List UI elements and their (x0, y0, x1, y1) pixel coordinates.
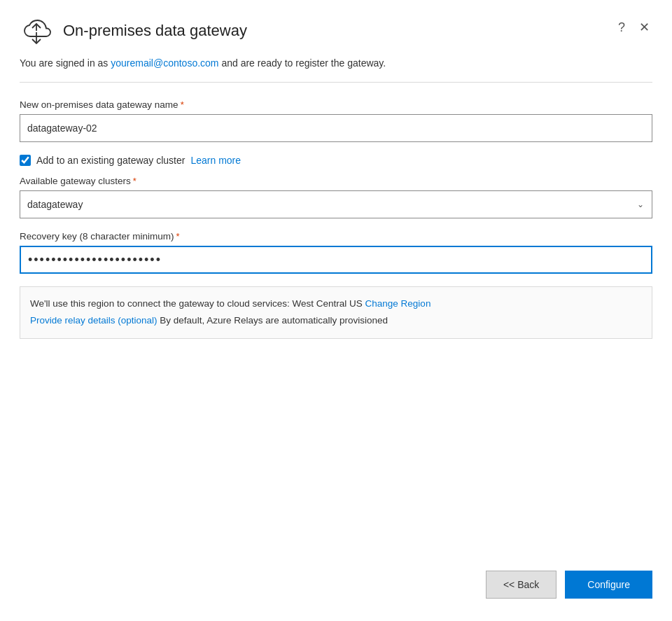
add-to-cluster-checkbox[interactable] (20, 155, 31, 166)
required-star-recovery: * (176, 231, 180, 242)
configure-button[interactable]: Configure (565, 571, 652, 599)
gateway-name-section: New on-premises data gateway name * (20, 99, 652, 142)
gateway-name-label: New on-premises data gateway name * (20, 99, 652, 110)
dialog-footer: << Back Configure (0, 554, 672, 621)
dropdown-wrapper: datagateway ⌄ (20, 190, 652, 218)
recovery-key-section: Recovery key (8 character minimum) * (20, 231, 652, 274)
gateway-name-input[interactable] (20, 114, 652, 142)
cloud-icon (20, 17, 53, 45)
checkbox-row: Add to an existing gateway cluster Learn… (20, 155, 652, 166)
close-button[interactable]: ✕ (636, 20, 652, 35)
available-clusters-select[interactable]: datagateway (20, 190, 652, 218)
dialog-body: You are signed in as youremail@contoso.c… (0, 56, 672, 554)
signed-in-prefix: You are signed in as (20, 57, 111, 69)
info-relay-line: Provide relay details (optional) By defa… (30, 312, 642, 329)
provide-relay-link[interactable]: Provide relay details (optional) (30, 315, 158, 326)
dialog-titlebar: On-premises data gateway ? ✕ (0, 0, 672, 56)
change-region-link[interactable]: Change Region (365, 298, 431, 309)
info-region-text: We'll use this region to connect the gat… (30, 298, 365, 309)
add-to-cluster-label: Add to an existing gateway cluster (36, 155, 185, 166)
learn-more-link[interactable]: Learn more (190, 155, 241, 166)
dialog-controls: ? ✕ (615, 17, 652, 35)
available-clusters-label: Available gateway clusters * (20, 176, 652, 186)
info-region-line: We'll use this region to connect the gat… (30, 295, 642, 312)
dialog-title-area: On-premises data gateway (20, 17, 247, 45)
available-clusters-section: Available gateway clusters * datagateway… (20, 176, 652, 218)
info-box: We'll use this region to connect the gat… (20, 286, 652, 339)
divider (20, 82, 652, 83)
help-button[interactable]: ? (615, 20, 628, 35)
signed-in-suffix: and are ready to register the gateway. (219, 57, 386, 69)
recovery-key-label: Recovery key (8 character minimum) * (20, 231, 652, 242)
back-button[interactable]: << Back (486, 571, 556, 599)
info-relay-text: By default, Azure Relays are automatical… (158, 315, 388, 326)
signed-in-email: youremail@contoso.com (111, 57, 218, 69)
signed-in-text: You are signed in as youremail@contoso.c… (20, 56, 652, 71)
on-premises-gateway-dialog: On-premises data gateway ? ✕ You are sig… (0, 0, 672, 621)
recovery-key-input[interactable] (20, 246, 652, 274)
required-star-clusters: * (133, 176, 136, 186)
required-star-name: * (181, 99, 184, 110)
dialog-title: On-premises data gateway (63, 22, 247, 40)
